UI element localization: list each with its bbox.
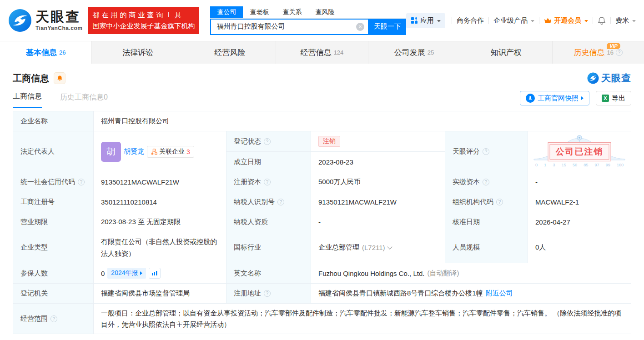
tianyancha-swirl-icon <box>587 72 599 84</box>
cooperation-label: 商务合作 <box>457 16 484 25</box>
establish-date-value: 2023-08-23 <box>311 152 445 172</box>
search-tab-company[interactable]: 查公司 <box>210 6 243 18</box>
tab-label: 历史信息 <box>574 47 605 58</box>
enterprise-menu[interactable]: 企业级产品 <box>493 16 534 25</box>
field-label: 经营范围? <box>13 304 94 334</box>
tab-label: 基本信息 <box>26 47 57 58</box>
taxpayer-id-value: 91350121MACWALF21W <box>311 192 445 212</box>
tab-legal[interactable]: 法律诉讼 <box>92 41 184 64</box>
apps-menu[interactable]: 应用 <box>406 13 445 28</box>
user-menu[interactable]: 费米 <box>615 16 636 25</box>
tianyancha-logo[interactable]: 天眼查 TianYanCha.com <box>8 9 82 32</box>
reg-address-value: 福建省闽侯县青口镇新城西路8号青口综合楼办公楼1幢 附近公司 <box>311 284 631 303</box>
help-icon[interactable]: ? <box>264 290 271 297</box>
search-button[interactable]: 天眼一下 <box>369 19 406 35</box>
field-label: 注册资本? <box>226 172 311 192</box>
tab-history-info[interactable]: VIP 历史信息 16 ? <box>553 41 644 64</box>
section-title: 工商信息 <box>13 72 49 85</box>
help-icon[interactable]: ? <box>483 179 489 185</box>
company-tabbar: 基本信息 26 法律诉讼 经营风险 经营信息 124 公司发展 25 知识产权 … <box>0 41 644 64</box>
tab-count: 25 <box>428 49 434 56</box>
org-chart-icon <box>151 149 157 155</box>
table-row: 营业期限 2023-08-23 至 无固定期限 纳税人资质 - 核准日期 202… <box>13 212 631 232</box>
vip-upgrade-menu[interactable]: 开通会员 <box>544 16 588 25</box>
enterprise-label: 企业级产品 <box>493 16 528 25</box>
apps-grid-icon <box>411 17 418 24</box>
org-code-value: MACWALF2-1 <box>528 192 631 212</box>
annual-report-badge[interactable]: 2024年报 <box>107 268 146 279</box>
tab-basic-info[interactable]: 基本信息 26 <box>0 41 92 64</box>
insured-count-value: 0 2024年报 <box>94 263 226 283</box>
export-button[interactable]: X 导出 <box>596 91 631 105</box>
subtab-history-registration[interactable]: 历史工商信息0 <box>60 93 108 108</box>
tab-intellectual-property[interactable]: 知识产权 <box>460 41 552 64</box>
field-label: 实缴资本? <box>445 172 528 192</box>
field-label: 参保人数 <box>13 263 94 283</box>
top-header: 天眼查 TianYanCha.com 都在用的商业查询工具 国家中小企业发展子基… <box>0 0 644 41</box>
credit-code-value: 91350121MACWALF21W <box>94 172 226 192</box>
search-tab-risk[interactable]: 查风险 <box>308 6 341 18</box>
search-input[interactable] <box>211 20 368 34</box>
tab-count: 16 <box>607 49 614 56</box>
trend-chart-button[interactable] <box>149 268 161 279</box>
business-scope-value: 一般项目：企业总部管理；以自有资金从事投资活动；汽车零部件及配件制造；汽车零配件… <box>94 304 631 334</box>
official-snapshot-button[interactable]: 工商官网快照 <box>520 91 589 105</box>
field-label: 企业名称 <box>13 111 94 131</box>
table-row: 登记机关 福建省闽侯县市场监督管理局 注册地址? 福建省闽侯县青口镇新城西路8号… <box>13 284 631 304</box>
help-icon[interactable]: ? <box>264 179 271 185</box>
table-row: 经营范围? 一般项目：企业总部管理；以自有资金从事投资活动；汽车零部件及配件制造… <box>13 304 631 334</box>
table-row: 法定代表人 胡 胡贤龙 关联企业 3 登记状态? 注销 <box>13 131 631 172</box>
help-icon[interactable]: ? <box>264 138 271 145</box>
help-icon[interactable]: ? <box>50 315 57 322</box>
tab-label: 知识产权 <box>491 47 522 58</box>
reg-authority-value: 福建省闽侯县市场监督管理局 <box>94 284 226 303</box>
cooperation-menu[interactable]: 商务合作 <box>457 16 484 25</box>
auto-translate-note: (自动翻译) <box>427 269 459 278</box>
subscribe-bell-button[interactable] <box>54 72 65 84</box>
tab-company-development[interactable]: 公司发展 25 <box>368 41 460 64</box>
logo-title: 天眼查 <box>35 10 82 24</box>
help-icon[interactable]: ? <box>616 49 623 56</box>
bell-icon <box>598 16 606 25</box>
chevron-down-icon[interactable] <box>387 244 392 249</box>
search-tab-relation[interactable]: 查关系 <box>276 6 308 18</box>
header-menu: 应用 商务合作 企业级产品 开通会员 费米 <box>406 13 636 28</box>
help-icon[interactable]: ? <box>483 148 489 155</box>
search-tab-boss[interactable]: 查老板 <box>243 6 276 18</box>
notification-bell[interactable] <box>598 16 606 25</box>
field-label: 注册地址? <box>226 284 311 303</box>
tab-label: 法律诉讼 <box>122 47 153 58</box>
tab-label: 经营信息 <box>301 47 332 58</box>
legal-rep-value: 胡 胡贤龙 关联企业 3 <box>94 131 226 172</box>
related-companies-badge[interactable]: 关联企业 3 <box>147 146 194 158</box>
help-icon[interactable]: ? <box>78 179 85 185</box>
field-label: 人员规模 <box>445 232 528 263</box>
bar-chart-icon <box>151 270 158 276</box>
score-curve-chart: 01 315 5085 9799 100 公司已注销 <box>532 135 627 169</box>
tab-count: 26 <box>59 49 65 56</box>
legal-rep-link[interactable]: 胡贤龙 <box>124 147 144 156</box>
reg-capital-value: 5000万人民币 <box>311 172 445 192</box>
approval-date-value: 2026-04-27 <box>528 212 631 232</box>
subtab-business-registration[interactable]: 工商信息 <box>13 92 42 108</box>
export-label: 导出 <box>612 94 625 103</box>
help-icon[interactable]: ? <box>496 199 503 205</box>
field-label: 法定代表人 <box>13 131 94 172</box>
clear-search-icon[interactable]: × <box>356 23 364 31</box>
status-badge: 注销 <box>318 136 340 147</box>
banner-line1: 都在用的商业查询工具 <box>92 10 195 20</box>
nearby-companies-link[interactable]: 附近公司 <box>486 289 513 298</box>
avatar[interactable]: 胡 <box>101 142 121 162</box>
field-label: 营业期限 <box>13 212 94 232</box>
promo-banner: 都在用的商业查询工具 国家中小企业发展子基金旗下机构 <box>88 7 199 34</box>
tab-operation-risk[interactable]: 经营风险 <box>184 41 276 64</box>
help-icon[interactable]: ? <box>277 199 284 205</box>
table-row: 工商注册号 350121110210814 纳税人识别号? 91350121MA… <box>13 192 631 212</box>
business-term-value: 2023-08-23 至 无固定期限 <box>94 212 226 232</box>
reg-number-value: 350121110210814 <box>94 192 226 212</box>
tab-business-info[interactable]: 经营信息 124 <box>276 41 368 64</box>
field-label: 英文名称 <box>226 263 311 283</box>
tab-label: 经营风险 <box>215 47 246 58</box>
table-row: 参保人数 0 2024年报 英文名称 Fuzhou Qingkou Holdin… <box>13 263 631 284</box>
company-type-value: 有限责任公司（非自然人投资或控股的法人独资） <box>94 232 226 263</box>
